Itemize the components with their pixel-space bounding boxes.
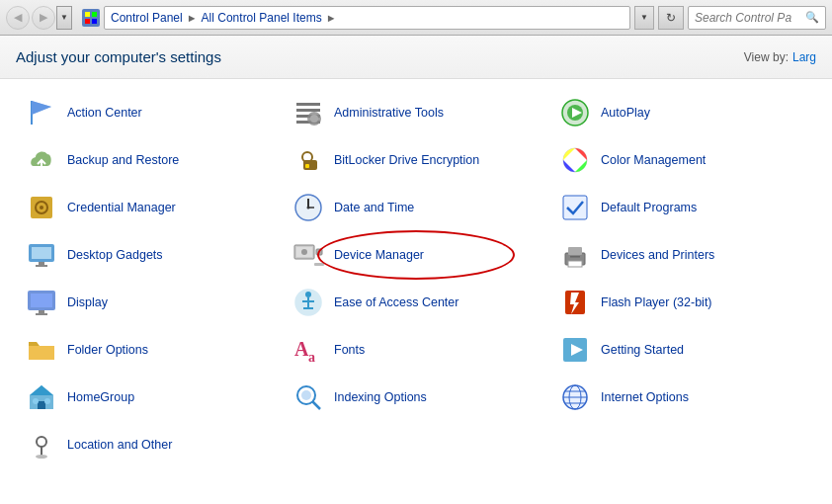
cp-item-color-mgmt[interactable]: Color Management bbox=[549, 136, 816, 184]
svg-rect-1 bbox=[92, 12, 97, 17]
cp-item-location-other[interactable]: Location and Other bbox=[16, 421, 283, 468]
svg-rect-8 bbox=[296, 109, 320, 112]
icon-display bbox=[24, 285, 59, 320]
main-header: Adjust your computer's settings View by:… bbox=[0, 36, 832, 79]
svg-rect-2 bbox=[85, 19, 90, 24]
icon-location-other bbox=[24, 427, 59, 462]
icon-credential-mgr bbox=[24, 190, 59, 225]
cp-item-internet-options[interactable]: Internet Options bbox=[549, 374, 816, 421]
windows-icon bbox=[82, 9, 100, 27]
items-grid: Action CenterAdministrative ToolsAutoPla… bbox=[16, 89, 816, 468]
cp-item-device-manager[interactable]: Device Manager bbox=[283, 231, 549, 279]
icon-indexing-options bbox=[291, 379, 326, 415]
forward-button[interactable]: ▶ bbox=[32, 6, 55, 30]
icon-devices-printers bbox=[557, 237, 593, 273]
label-device-manager: Device Manager bbox=[334, 248, 424, 263]
address-dropdown-button[interactable]: ▼ bbox=[634, 6, 654, 30]
svg-rect-40 bbox=[568, 247, 582, 255]
cp-item-action-center[interactable]: Action Center bbox=[16, 89, 283, 136]
view-by-value[interactable]: Larg bbox=[792, 50, 816, 64]
svg-line-64 bbox=[312, 401, 320, 409]
svg-rect-19 bbox=[305, 164, 309, 168]
address-path[interactable]: Control Panel ► All Control Panel Items … bbox=[104, 6, 630, 30]
svg-rect-45 bbox=[39, 310, 44, 313]
label-color-mgmt: Color Management bbox=[601, 153, 706, 168]
svg-point-24 bbox=[40, 206, 43, 210]
path-sep-2: ► bbox=[326, 12, 337, 24]
svg-rect-0 bbox=[85, 12, 90, 17]
icon-desktop-gadgets bbox=[24, 237, 59, 273]
cp-item-flash-player[interactable]: Flash Player (32-bit) bbox=[549, 279, 816, 326]
nav-buttons: ◀ ▶ ▼ bbox=[6, 6, 100, 30]
svg-point-61 bbox=[33, 398, 39, 404]
label-flash-player: Flash Player (32-bit) bbox=[601, 295, 712, 310]
cp-item-folder-options[interactable]: Folder Options bbox=[16, 326, 283, 374]
cp-item-bitlocker[interactable]: BitLocker Drive Encryption bbox=[283, 136, 549, 184]
label-internet-options: Internet Options bbox=[601, 390, 689, 405]
icon-folder-options bbox=[24, 332, 59, 368]
label-fonts: Fonts bbox=[334, 343, 365, 358]
search-input[interactable] bbox=[695, 11, 801, 25]
address-bar: ◀ ▶ ▼ Control Panel ► All Control Panel … bbox=[0, 0, 832, 36]
cp-item-default-programs[interactable]: Default Programs bbox=[549, 184, 816, 231]
cp-item-autoplay[interactable]: AutoPlay bbox=[549, 89, 816, 136]
cp-item-display[interactable]: Display bbox=[16, 279, 283, 326]
label-desktop-gadgets: Desktop Gadgets bbox=[67, 248, 163, 263]
svg-point-71 bbox=[37, 437, 46, 447]
label-location-other: Location and Other bbox=[67, 438, 172, 453]
search-box[interactable]: 🔍 bbox=[688, 6, 826, 30]
cp-item-devices-printers[interactable]: Devices and Printers bbox=[549, 231, 816, 279]
cp-item-desktop-gadgets[interactable]: Desktop Gadgets bbox=[16, 231, 283, 279]
svg-rect-33 bbox=[36, 265, 47, 267]
cp-item-indexing-options[interactable]: Indexing Options bbox=[283, 374, 549, 421]
cp-item-homegroup[interactable]: HomeGroup bbox=[16, 374, 283, 421]
svg-point-28 bbox=[307, 207, 310, 210]
icon-bitlocker bbox=[291, 142, 326, 178]
recent-locations-button[interactable]: ▼ bbox=[56, 6, 72, 30]
cp-item-credential-mgr[interactable]: Credential Manager bbox=[16, 184, 283, 231]
cp-item-datetime[interactable]: Date and Time bbox=[283, 184, 549, 231]
icon-datetime bbox=[291, 190, 326, 225]
svg-rect-46 bbox=[36, 313, 47, 315]
icon-admin-tools bbox=[291, 95, 326, 130]
label-bitlocker: BitLocker Drive Encryption bbox=[334, 153, 479, 168]
svg-rect-59 bbox=[38, 401, 45, 409]
icon-fonts: Aa bbox=[291, 332, 326, 368]
svg-point-36 bbox=[301, 249, 307, 255]
label-ease-access: Ease of Access Center bbox=[334, 295, 458, 310]
path-segment-all[interactable]: All Control Panel Items bbox=[202, 11, 322, 25]
svg-rect-37 bbox=[316, 249, 322, 255]
icon-autoplay bbox=[557, 95, 593, 130]
label-devices-printers: Devices and Printers bbox=[601, 248, 714, 263]
cp-item-fonts[interactable]: AaFonts bbox=[283, 326, 549, 374]
svg-point-62 bbox=[44, 398, 50, 404]
search-icon: 🔍 bbox=[805, 11, 819, 24]
svg-rect-41 bbox=[568, 261, 582, 267]
cp-item-getting-started[interactable]: Getting Started bbox=[549, 326, 816, 374]
path-segment-cp[interactable]: Control Panel bbox=[111, 11, 183, 25]
icon-device-manager bbox=[291, 237, 326, 273]
svg-point-65 bbox=[301, 390, 311, 400]
svg-rect-42 bbox=[570, 256, 580, 258]
svg-rect-29 bbox=[563, 196, 587, 219]
label-getting-started: Getting Started bbox=[601, 343, 684, 358]
cp-item-backup-restore[interactable]: Backup and Restore bbox=[16, 136, 283, 184]
svg-point-48 bbox=[305, 292, 311, 297]
back-button[interactable]: ◀ bbox=[6, 6, 30, 30]
cp-item-admin-tools[interactable]: Administrative Tools bbox=[283, 89, 549, 136]
icon-ease-access bbox=[291, 285, 326, 320]
svg-rect-7 bbox=[296, 103, 320, 106]
svg-text:A: A bbox=[294, 338, 309, 360]
icon-getting-started bbox=[557, 332, 593, 368]
cp-item-ease-access[interactable]: Ease of Access Center bbox=[283, 279, 549, 326]
icon-homegroup bbox=[24, 379, 59, 415]
label-backup-restore: Backup and Restore bbox=[67, 153, 179, 168]
svg-rect-44 bbox=[31, 294, 52, 307]
icon-action-center bbox=[24, 95, 59, 130]
svg-rect-3 bbox=[92, 19, 97, 24]
svg-point-72 bbox=[36, 455, 47, 459]
label-display: Display bbox=[67, 295, 108, 310]
refresh-button[interactable]: ↻ bbox=[658, 6, 684, 30]
label-admin-tools: Administrative Tools bbox=[334, 106, 444, 121]
svg-point-12 bbox=[310, 115, 318, 123]
